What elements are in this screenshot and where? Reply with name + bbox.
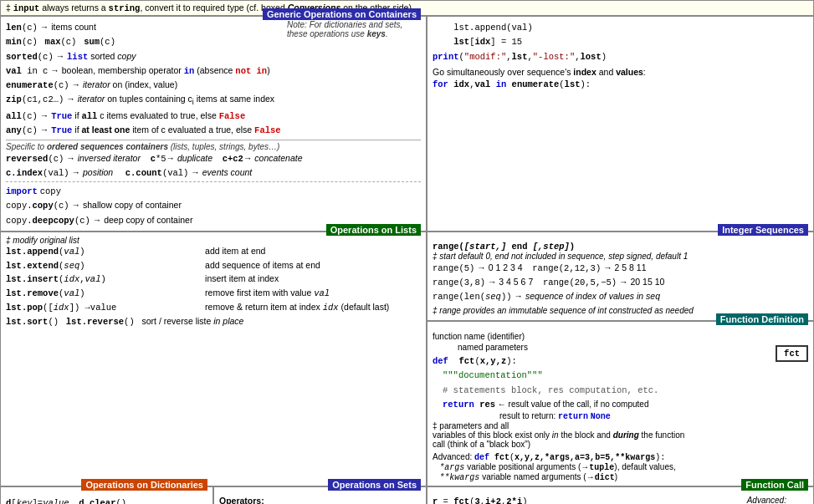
func-def-section: Function Definition function name (ident… — [427, 321, 814, 486]
func-def-line: def fct(x,y,z): — [433, 354, 770, 368]
rt-text1: Go simultaneously over sequence's index … — [433, 67, 808, 77]
func-def-title: Function Definition — [716, 313, 808, 325]
rt-code1: lst.append(val) — [433, 20, 808, 34]
func-doc: """documentation""" — [433, 368, 770, 382]
ops-sets-title: Operations on Sets — [328, 479, 421, 491]
generic-row-10: c.index(val) → position c.count(val) → e… — [6, 165, 421, 180]
generic-row-9: reversed(c) → inversed iterator c*5→ dup… — [6, 151, 421, 165]
table-row: lst.remove(val) remove first item with v… — [6, 287, 421, 301]
func-call-boxes: Advanced: *sequence **dict fct() → fct — [725, 496, 808, 504]
generic-sep-note: Specific to ordered sequences containers… — [6, 142, 421, 151]
func-param-note: ‡ parameters and all variables of this b… — [433, 421, 808, 449]
table-row: lst.extend(seq) add sequence of items at… — [6, 259, 421, 273]
ops-lists-title: Operations on Lists — [326, 224, 421, 236]
generic-ops-section: Generic Operations on Containers Note: F… — [0, 16, 427, 232]
int-seq-header: range([start,] end [,step]) — [433, 241, 808, 252]
generic-ops-note: Note: For dictionaries and sets, these o… — [287, 20, 421, 38]
list-code-3: lst.insert(idx,val) — [6, 272, 205, 287]
list-desc-4: remove first item with value val — [205, 287, 421, 301]
right-top-section: lst.append(val) lst[idx] = 15 print("mod… — [427, 16, 814, 232]
generic-row-7: all(c) → True if all c items evaluated t… — [6, 109, 421, 123]
table-row: lst.insert(idx,val) insert item at index — [6, 272, 421, 287]
int-seq-note1: ‡ start default 0, end not included in s… — [433, 252, 808, 261]
generic-row-8: any(c) → True if at least one item of c … — [6, 123, 421, 137]
func-def-content: function name (identifier) named paramet… — [433, 332, 808, 482]
list-code-1: lst.append(val) — [6, 245, 205, 259]
rt-code2: lst[idx] = 15 — [433, 34, 808, 48]
right-mid-section: Integer Sequences range([start,] end [,s… — [427, 232, 814, 486]
func-call-content: r = fct(3,i+2,2*i) storage/use of return… — [433, 496, 808, 504]
generic-import: import copy — [6, 184, 421, 198]
table-row: lst.pop([idx]) →value remove & return it… — [6, 301, 421, 315]
int-seq-row3: range(len(seq)) → sequence of index of v… — [433, 289, 808, 303]
func-call-title: Function Call — [741, 479, 808, 491]
sets-operators-header: Operators: — [219, 496, 421, 504]
func-advanced: Advanced: def fct(x,y,z,*args,a=3,b=5,**… — [433, 452, 808, 462]
rt-code3: print("modif:",lst,"-lost:",lost) — [433, 49, 808, 64]
ops-dict-title: Operations on Dictionaries — [81, 479, 207, 491]
bottom-right-section: Function Call r = fct(3,i+2,2*i) storage… — [427, 486, 814, 504]
func-return-note: result to return: return None — [433, 411, 770, 421]
generic-row-4: val in c → boolean, membership operator … — [6, 64, 421, 78]
list-desc-2: add sequence of items at end — [205, 259, 421, 273]
ops-dict-rows: d[key]=value d.clear() d[key] → value de… — [6, 496, 207, 504]
list-desc-5: remove & return item at index idx (defau… — [205, 301, 421, 315]
int-seq-section: Integer Sequences range([start,] end [,s… — [427, 232, 814, 321]
list-code-2: lst.extend(seq) — [6, 259, 205, 273]
generic-row-3: sorted(c) → list sorted copy — [6, 49, 421, 64]
rt-code4: for idx,val in enumerate(lst): — [433, 77, 808, 91]
ops-sets-section: Operations on Sets Operators: | → union … — [213, 486, 427, 504]
list-code-4: lst.remove(val) — [6, 287, 205, 301]
generic-row-6: zip(c1,c2…) → iterator on tuples contain… — [6, 92, 421, 109]
func-call-code: r = fct(3,i+2,2*i) — [433, 496, 719, 504]
func-call-section: Function Call r = fct(3,i+2,2*i) storage… — [427, 486, 814, 504]
generic-copy1: copy.copy(c) → shallow copy of container — [6, 198, 421, 212]
table-row: lst.append(val) add item at end — [6, 245, 421, 259]
dict-row-1: d[key]=value d.clear() — [6, 496, 207, 504]
int-seq-row1: range(5) → 0 1 2 3 4 range(2,12,3) → 2 5… — [433, 261, 808, 275]
func-return: return res ← result value of the call, i… — [433, 397, 770, 411]
ops-lists-note: ‡ modify original list — [6, 236, 421, 245]
ops-lists-table: lst.append(val) add item at end lst.exte… — [6, 245, 421, 329]
ops-lists-section: Operations on Lists ‡ modify original li… — [0, 232, 427, 486]
generic-ops-title: Generic Operations on Containers — [263, 8, 421, 20]
bottom-left-section: Operations on Dictionaries d[key]=value … — [0, 486, 427, 504]
list-code-6: lst.sort() lst.reverse() sort / reverse … — [6, 315, 421, 329]
int-seq-row2: range(3,8) → 3 4 5 6 7 range(20,5,−5) → … — [433, 275, 808, 289]
func-stmts: # statements block, res computation, etc… — [433, 383, 770, 397]
list-code-5: lst.pop([idx]) →value — [6, 301, 205, 315]
int-seq-title: Integer Sequences — [718, 224, 808, 236]
list-desc-1: add item at end — [205, 245, 421, 259]
fc-advanced-label: Advanced: — [747, 496, 786, 504]
list-desc-3: insert item at index — [205, 272, 421, 287]
ops-sets-content: Operators: | → union (vertical bar char)… — [219, 496, 421, 504]
ops-dict-section: Operations on Dictionaries d[key]=value … — [0, 486, 213, 504]
generic-row-5: enumerate(c) → iterator on (index, value… — [6, 78, 421, 92]
func-fct-box: fct — [776, 345, 808, 362]
table-row: lst.sort() lst.reverse() sort / reverse … — [6, 315, 421, 329]
func-adv2: *args variable positional arguments (→tu… — [433, 462, 808, 472]
